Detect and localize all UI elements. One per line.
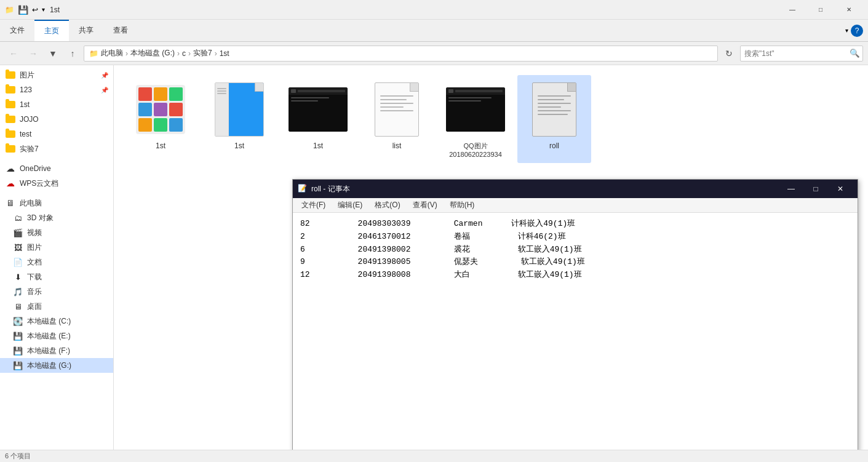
sidebar-item-documents[interactable]: 📄 文档 bbox=[0, 255, 113, 269]
sidebar-item-drive-c[interactable]: 💽 本地磁盘 (C:) bbox=[0, 314, 113, 329]
drive-g-icon: 💾 bbox=[12, 360, 23, 371]
refresh-button[interactable]: ↻ bbox=[720, 45, 738, 62]
ribbon-expand-icon[interactable]: ▾ bbox=[845, 27, 848, 34]
file-item-1st-app[interactable]: 1st bbox=[124, 75, 197, 163]
file-label-list: list bbox=[392, 141, 402, 150]
back-button[interactable]: ← bbox=[5, 45, 22, 62]
close-button[interactable]: ✕ bbox=[835, 0, 863, 20]
this-pc-icon: 🖥 bbox=[5, 197, 16, 209]
sidebar-item-1st-pin[interactable]: 1st bbox=[0, 97, 113, 112]
file-thumb-1st-terminal bbox=[289, 80, 348, 139]
sidebar-item-shiyan7-pin[interactable]: 实验7 bbox=[0, 141, 113, 156]
sidebar-item-pictures-pin[interactable]: 图片 📌 bbox=[0, 68, 113, 82]
sidebar: 图片 📌 123 📌 1st JOJO test 实验7 ☁ bbox=[0, 65, 114, 450]
notepad-minimize[interactable]: — bbox=[779, 180, 803, 198]
sidebar-label: 桌面 bbox=[27, 301, 42, 312]
drive-c-icon: 💽 bbox=[12, 316, 23, 327]
address-bar: ← → ▼ ↑ 📁 此电脑 › 本地磁盘 (G:) › c › 实验7 › 1s… bbox=[0, 42, 868, 65]
notepad-close[interactable]: ✕ bbox=[828, 180, 853, 198]
file-item-list[interactable]: list bbox=[360, 75, 434, 163]
minimize-button[interactable]: — bbox=[778, 0, 806, 20]
pin-icon: 📌 bbox=[101, 72, 108, 79]
sidebar-item-drive-g[interactable]: 💾 本地磁盘 (G:) bbox=[0, 358, 113, 373]
sidebar-item-this-pc[interactable]: 🖥 此电脑 bbox=[0, 196, 113, 210]
onedrive-icon: ☁ bbox=[5, 163, 16, 174]
sidebar-label: 实验7 bbox=[20, 144, 39, 154]
recent-locations-button[interactable]: ▼ bbox=[44, 45, 62, 62]
path-sep-1: › bbox=[125, 49, 128, 58]
ribbon: 文件 主页 共享 查看 ▾ ? bbox=[0, 20, 868, 42]
notepad-content[interactable]: 82 20498303039 Carmen 计科嵌入49(1)班 2 20461… bbox=[293, 213, 858, 450]
notepad-menu-bar: 文件(F) 编辑(E) 格式(O) 查看(V) 帮助(H) bbox=[293, 198, 858, 213]
file-thumb-1st-doc bbox=[210, 80, 269, 139]
sidebar-label: 本地磁盘 (C:) bbox=[27, 316, 71, 327]
sidebar-label: 123 bbox=[20, 86, 32, 94]
quick-access-undo[interactable]: ↩ bbox=[32, 6, 38, 14]
drive-e-icon: 💾 bbox=[12, 330, 23, 341]
sidebar-item-wps-cloud[interactable]: ☁ WPS云文档 bbox=[0, 176, 113, 191]
file-item-roll[interactable]: roll bbox=[517, 75, 591, 163]
status-text: 6 个项目 bbox=[5, 452, 31, 461]
help-icon[interactable]: ? bbox=[851, 25, 863, 37]
path-shiyan7[interactable]: 实验7 bbox=[193, 48, 212, 58]
window-title: 1st bbox=[50, 6, 60, 14]
file-item-1st-doc[interactable]: 1st bbox=[202, 75, 276, 163]
maximize-button[interactable]: □ bbox=[806, 0, 835, 20]
notepad-controls: — □ ✕ bbox=[779, 180, 853, 198]
notepad-menu-view[interactable]: 查看(V) bbox=[407, 199, 444, 212]
file-thumb-list bbox=[367, 80, 426, 139]
sidebar-item-test-pin[interactable]: test bbox=[0, 127, 113, 141]
sidebar-label: 3D 对象 bbox=[27, 213, 54, 223]
search-box[interactable]: 🔍 bbox=[740, 46, 863, 62]
notepad-menu-format[interactable]: 格式(O) bbox=[368, 199, 406, 212]
path-drive-g[interactable]: 本地磁盘 (G:) bbox=[130, 48, 175, 58]
file-item-qq[interactable]: QQ图片 20180620223934 bbox=[439, 75, 512, 163]
tab-file[interactable]: 文件 bbox=[0, 20, 34, 41]
sidebar-label: 音乐 bbox=[27, 287, 42, 297]
sidebar-item-onedrive[interactable]: ☁ OneDrive bbox=[0, 161, 113, 176]
notepad-menu-help[interactable]: 帮助(H) bbox=[444, 199, 481, 212]
tab-home[interactable]: 主页 bbox=[34, 20, 69, 41]
title-bar-controls: — □ ✕ bbox=[778, 0, 863, 20]
sidebar-label: WPS云文档 bbox=[20, 178, 58, 189]
file-label-roll: roll bbox=[549, 141, 559, 150]
music-icon: 🎵 bbox=[12, 286, 23, 297]
sidebar-item-pictures[interactable]: 🖼 图片 bbox=[0, 240, 113, 255]
search-input[interactable] bbox=[741, 49, 846, 58]
sidebar-item-123-pin[interactable]: 123 📌 bbox=[0, 82, 113, 97]
folder-icon-123 bbox=[5, 84, 16, 95]
notepad-menu-file[interactable]: 文件(F) bbox=[295, 199, 332, 212]
sidebar-label: JOJO bbox=[20, 115, 39, 124]
notepad-maximize[interactable]: □ bbox=[803, 180, 828, 198]
tab-share[interactable]: 共享 bbox=[69, 20, 103, 41]
3d-icon: 🗂 bbox=[12, 212, 23, 223]
documents-icon: 📄 bbox=[12, 257, 23, 268]
address-path[interactable]: 📁 此电脑 › 本地磁盘 (G:) › c › 实验7 › 1st bbox=[84, 46, 718, 62]
quick-access-dropdown[interactable]: ▾ bbox=[42, 6, 45, 13]
path-1st[interactable]: 1st bbox=[220, 49, 229, 58]
path-sep-3: › bbox=[188, 49, 191, 58]
up-button[interactable]: ↑ bbox=[64, 45, 81, 62]
wps-cloud-icon: ☁ bbox=[5, 178, 16, 189]
content-area: 1st 1st bbox=[114, 65, 868, 450]
forward-button[interactable]: → bbox=[25, 45, 42, 62]
search-icon-button[interactable]: 🔍 bbox=[846, 46, 862, 62]
sidebar-item-desktop[interactable]: 🖥 桌面 bbox=[0, 299, 113, 314]
sidebar-item-jojo-pin[interactable]: JOJO bbox=[0, 112, 113, 127]
sidebar-item-music[interactable]: 🎵 音乐 bbox=[0, 284, 113, 299]
quick-access-save[interactable]: 💾 bbox=[18, 5, 28, 15]
path-c[interactable]: c bbox=[182, 49, 186, 58]
sidebar-label: 下载 bbox=[27, 272, 42, 282]
file-item-1st-terminal[interactable]: 1st bbox=[281, 75, 355, 163]
sidebar-label: 图片 bbox=[20, 70, 34, 81]
notepad-menu-edit[interactable]: 编辑(E) bbox=[332, 199, 368, 212]
sidebar-item-drive-e[interactable]: 💾 本地磁盘 (E:) bbox=[0, 329, 113, 343]
sidebar-item-drive-f[interactable]: 💾 本地磁盘 (F:) bbox=[0, 343, 113, 358]
sidebar-item-downloads[interactable]: ⬇ 下载 bbox=[0, 269, 113, 284]
status-bar: 6 个项目 bbox=[0, 450, 868, 462]
path-this-pc[interactable]: 此电脑 bbox=[101, 48, 123, 58]
sidebar-item-3d[interactable]: 🗂 3D 对象 bbox=[0, 210, 113, 225]
sidebar-item-video[interactable]: 🎬 视频 bbox=[0, 225, 113, 240]
notepad-icon: 📝 bbox=[298, 184, 308, 194]
tab-view[interactable]: 查看 bbox=[103, 20, 138, 41]
